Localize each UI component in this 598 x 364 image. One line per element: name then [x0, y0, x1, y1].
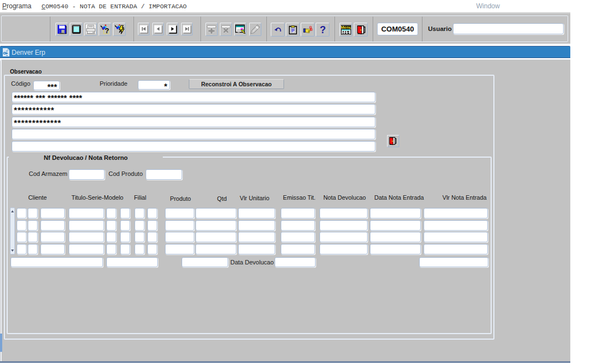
- svg-text:Menu: Menu: [341, 25, 351, 30]
- svg-text:?: ?: [319, 25, 326, 35]
